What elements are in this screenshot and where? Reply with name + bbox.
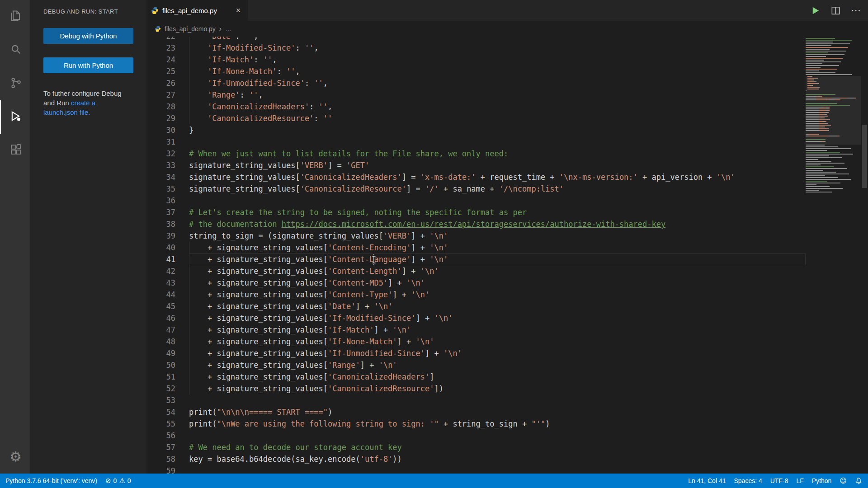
line-number[interactable]: 50 [146, 359, 189, 371]
code-line[interactable]: 37# Let's create the string to be signed… [146, 206, 806, 218]
line-number[interactable]: 29 [146, 113, 189, 124]
code-line[interactable]: 39string_to_sign = (signature_string_val… [146, 230, 806, 242]
code-line[interactable]: 35signature_string_values['Canonicalized… [146, 183, 806, 195]
line-number[interactable]: 36 [146, 195, 189, 206]
code-line[interactable]: 32# When we just want to list details fo… [146, 148, 806, 160]
status-item[interactable]: Ln 41, Col 41 [688, 477, 726, 484]
code-line[interactable]: 45 + signature_string_values['Date'] + '… [146, 300, 806, 312]
tab-files-api-demo[interactable]: files_api_demo.py × [146, 0, 248, 21]
code-line[interactable]: 57# We need an to decode our storage acc… [146, 441, 806, 453]
code-line[interactable]: 28 'CanonicalizedHeaders': '', [146, 101, 806, 113]
breadcrumb-more[interactable]: … [225, 25, 231, 33]
line-number[interactable]: 57 [146, 441, 189, 453]
code-line[interactable]: 22 'Date': '', [146, 37, 806, 42]
vertical-scrollbar[interactable] [861, 37, 868, 474]
status-item[interactable]: UTF-8 [770, 477, 788, 484]
line-number[interactable]: 48 [146, 336, 189, 347]
line-number[interactable]: 26 [146, 77, 189, 89]
code-editor[interactable]: 22 'Date': '',23 'If-Modified-Since': ''… [146, 37, 806, 474]
line-number[interactable]: 32 [146, 148, 189, 160]
line-number[interactable]: 34 [146, 171, 189, 183]
scrollbar-thumb[interactable] [862, 125, 867, 188]
line-number[interactable]: 55 [146, 418, 189, 430]
sidebar-item-explorer[interactable] [0, 0, 30, 33]
line-number[interactable]: 24 [146, 54, 189, 66]
line-number[interactable]: 53 [146, 394, 189, 406]
status-item[interactable]: Python [812, 477, 832, 484]
line-number[interactable]: 47 [146, 324, 189, 336]
code-line[interactable]: 52 + signature_string_values['Canonicali… [146, 383, 806, 394]
status-item[interactable]: Spaces: 4 [734, 477, 762, 484]
line-number[interactable]: 49 [146, 347, 189, 359]
split-editor-icon[interactable] [830, 5, 841, 16]
more-actions-icon[interactable]: ⋯ [851, 5, 861, 15]
code-line[interactable]: 55print("\nWe are using the following st… [146, 418, 806, 430]
notifications-bell-icon[interactable] [855, 477, 863, 485]
code-line[interactable]: 30} [146, 124, 806, 136]
problems-status[interactable]: ⊘ 0 ⚠ 0 [105, 477, 131, 485]
line-number[interactable]: 54 [146, 406, 189, 418]
line-number[interactable]: 42 [146, 265, 189, 277]
line-number[interactable]: 37 [146, 206, 189, 218]
line-number[interactable]: 39 [146, 230, 189, 242]
line-number[interactable]: 44 [146, 289, 189, 300]
line-number[interactable]: 41 [146, 253, 189, 265]
line-number[interactable]: 25 [146, 66, 189, 77]
code-line[interactable]: 31 [146, 136, 806, 148]
sidebar-item-source-control[interactable] [0, 67, 30, 100]
code-line[interactable]: 44 + signature_string_values['Content-Ty… [146, 289, 806, 300]
line-number[interactable]: 33 [146, 160, 189, 171]
code-line[interactable]: 38# the documentation https://docs.micro… [146, 218, 806, 230]
code-line[interactable]: 25 'If-None-Match': '', [146, 66, 806, 77]
status-item[interactable]: LF [796, 477, 803, 484]
line-number[interactable]: 30 [146, 124, 189, 136]
minimap[interactable] [806, 37, 861, 474]
line-number[interactable]: 28 [146, 101, 189, 113]
line-number[interactable]: 46 [146, 312, 189, 324]
manage-settings-button[interactable]: ⚙ [0, 440, 30, 474]
code-line[interactable]: 48 + signature_string_values['If-None-Ma… [146, 336, 806, 347]
sidebar-button-run[interactable]: Run with Python [43, 57, 133, 73]
line-number[interactable]: 52 [146, 383, 189, 394]
line-number[interactable]: 51 [146, 371, 189, 383]
minimap-slider[interactable] [806, 76, 861, 145]
code-line[interactable]: 42 + signature_string_values['Content-Le… [146, 265, 806, 277]
line-number[interactable]: 45 [146, 300, 189, 312]
line-number[interactable]: 38 [146, 218, 189, 230]
line-number[interactable]: 56 [146, 430, 189, 441]
code-line[interactable]: 26 'If-Unmodified-Since': '', [146, 77, 806, 89]
code-line[interactable]: 46 + signature_string_values['If-Modifie… [146, 312, 806, 324]
line-number[interactable]: 43 [146, 277, 189, 289]
line-number[interactable]: 59 [146, 465, 189, 474]
code-line[interactable]: 51 + signature_string_values['Canonicali… [146, 371, 806, 383]
code-line[interactable]: 50 + signature_string_values['Range'] + … [146, 359, 806, 371]
code-line[interactable]: 53 [146, 394, 806, 406]
code-line[interactable]: 40 + signature_string_values['Content-En… [146, 242, 806, 253]
sidebar-item-run-and-debug[interactable] [0, 100, 30, 134]
code-line[interactable]: 23 'If-Modified-Since': '', [146, 42, 806, 54]
code-line[interactable]: 41 + signature_string_values['Content-La… [146, 253, 806, 265]
line-number[interactable]: 23 [146, 42, 189, 54]
line-number[interactable]: 58 [146, 453, 189, 465]
line-number[interactable]: 35 [146, 183, 189, 195]
line-number[interactable]: 40 [146, 242, 189, 253]
code-line[interactable]: 36 [146, 195, 806, 206]
code-line[interactable]: 27 'Range': '', [146, 89, 806, 101]
code-line[interactable]: 47 + signature_string_values['If-Match']… [146, 324, 806, 336]
code-line[interactable]: 49 + signature_string_values['If-Unmodif… [146, 347, 806, 359]
code-line[interactable]: 56 [146, 430, 806, 441]
sidebar-item-search[interactable] [0, 33, 30, 67]
code-line[interactable]: 43 + signature_string_values['Content-MD… [146, 277, 806, 289]
sidebar-button-debug[interactable]: Debug with Python [43, 28, 133, 44]
code-line[interactable]: 33signature_string_values['VERB'] = 'GET… [146, 160, 806, 171]
tab-close-icon[interactable]: × [233, 5, 243, 15]
code-line[interactable]: 59 [146, 465, 806, 474]
line-number[interactable]: 31 [146, 136, 189, 148]
code-line[interactable]: 29 'CanonicalizedResource': '' [146, 113, 806, 124]
code-line[interactable]: 24 'If-Match': '', [146, 54, 806, 66]
feedback-smiley-icon[interactable]: ☺ [840, 477, 847, 485]
code-line[interactable]: 34signature_string_values['Canonicalized… [146, 171, 806, 183]
python-interpreter-status[interactable]: Python 3.7.6 64-bit ('venv': venv) [5, 477, 97, 484]
line-number[interactable]: 22 [146, 37, 189, 42]
run-python-file-button[interactable] [810, 5, 821, 16]
